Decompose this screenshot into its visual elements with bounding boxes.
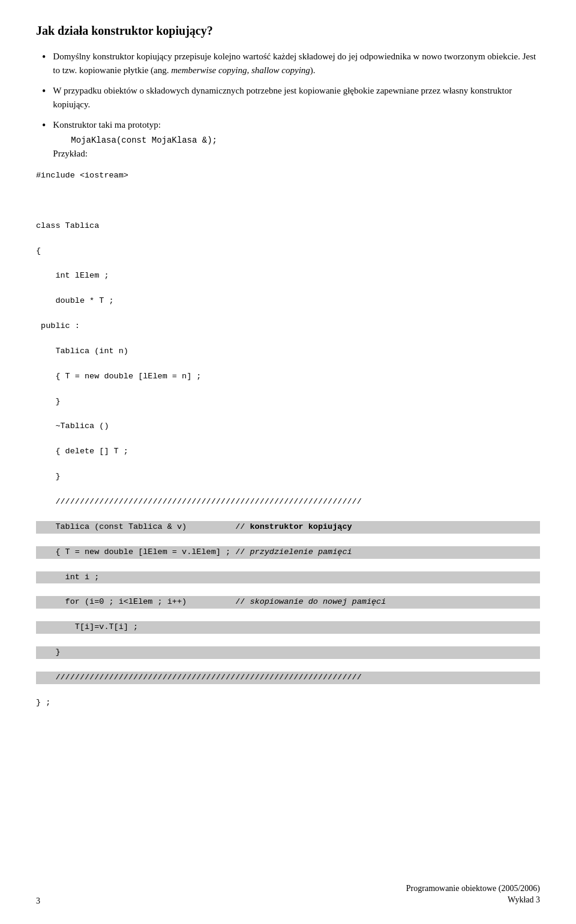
code-line-1: #include <iostream>: [36, 170, 540, 182]
bold-comment-1: konstruktor kopiujący: [250, 522, 352, 531]
code-line-2: class Tablica: [36, 220, 540, 233]
bullet-item-1: • Domyślny konstruktor kopiujący przepis…: [36, 50, 540, 77]
page-container: Jak działa konstruktor kopiujący? • Domy…: [0, 0, 576, 924]
code-line-5: double * T ;: [36, 295, 540, 308]
bullet-section: • Domyślny konstruktor kopiujący przepis…: [36, 50, 540, 160]
bullet-dot-2: •: [42, 84, 46, 99]
code-block: #include <iostream> class Tablica { int …: [36, 170, 540, 722]
bullet-text-3: Konstruktor taki ma prototyp: MojaKlasa(…: [53, 118, 217, 160]
code-line-12: }: [36, 471, 540, 483]
code-line-17: for (i=0 ; i<lElem ; i++) // skopiowanie…: [36, 596, 540, 609]
footer-course: Programowanie obiektowe (2005/2006) Wykł…: [406, 883, 540, 906]
footer-page-number: 3: [36, 896, 40, 906]
footer-course-line2: Wykład 3: [406, 894, 540, 906]
code-line-19: }: [36, 646, 540, 659]
code-line-7: Tablica (int n): [36, 345, 540, 358]
bullet-text-1: Domyślny konstruktor kopiujący przepisuj…: [53, 50, 540, 77]
code-line-blank: [36, 195, 540, 207]
italic-text-1: memberwise copying, shallow copying: [171, 65, 310, 75]
bullet-dot-3: •: [42, 118, 46, 133]
code-line-8: { T = new double [lElem = n] ;: [36, 371, 540, 383]
code-line-9: }: [36, 396, 540, 408]
footer-course-line1: Programowanie obiektowe (2005/2006): [406, 883, 540, 895]
code-line-14: Tablica (const Tablica & v) // konstrukt…: [36, 521, 540, 534]
footer: 3 Programowanie obiektowe (2005/2006) Wy…: [0, 883, 576, 906]
code-line-18: T[i]=v.T[i] ;: [36, 621, 540, 634]
code-line-16: int i ;: [36, 571, 540, 584]
bullet-text-2: W przypadku obiektów o składowych dynami…: [53, 84, 540, 111]
code-line-13: ////////////////////////////////////////…: [36, 496, 540, 508]
prototype-code: MojaKlasa(const MojaKlasa &);: [71, 134, 217, 147]
code-line-11: { delete [] T ;: [36, 446, 540, 458]
italic-comment-2: skopiowanie do nowej pamięci: [250, 597, 386, 606]
code-line-20: ////////////////////////////////////////…: [36, 672, 540, 684]
code-line-21: } ;: [36, 697, 540, 709]
code-line-6: public :: [36, 320, 540, 333]
bullet-item-2: • W przypadku obiektów o składowych dyna…: [36, 84, 540, 111]
przyklad-label: Przykład:: [53, 149, 88, 158]
code-line-3: {: [36, 245, 540, 258]
bullet-dot-1: •: [42, 50, 46, 65]
code-line-10: ~Tablica (): [36, 420, 540, 433]
bullet-item-3: • Konstruktor taki ma prototyp: MojaKlas…: [36, 118, 540, 160]
code-line-4: int lElem ;: [36, 270, 540, 282]
page-title: Jak działa konstruktor kopiujący?: [36, 24, 540, 38]
code-line-15: { T = new double [lElem = v.lElem] ; // …: [36, 546, 540, 559]
italic-comment-1: przydzielenie pamięci: [250, 547, 352, 556]
